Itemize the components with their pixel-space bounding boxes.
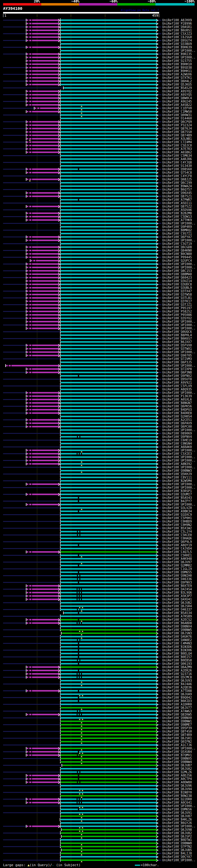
- hit-label[interactable]: UniRef100_A9SYQ2: [162, 90, 192, 93]
- hit-label[interactable]: UniRef100_Q4XU41: [162, 598, 192, 601]
- hit-label[interactable]: UniRef100_UPI000..: [162, 320, 195, 323]
- hit-label[interactable]: UniRef100_UPI000..: [162, 56, 195, 59]
- hit-label[interactable]: UniRef100_UPI000..: [162, 364, 195, 367]
- hit-label[interactable]: UniRef100_Q9ASR1: [162, 25, 192, 29]
- hit-label[interactable]: UniRef100_Q7ZVM3: [162, 357, 192, 361]
- hit-label[interactable]: UniRef100_P05197: [162, 306, 192, 310]
- hit-label[interactable]: UniRef100_A6RAK0: [162, 445, 192, 448]
- hit-label[interactable]: UniRef100_B4J4A6: [162, 682, 192, 686]
- hit-label[interactable]: UniRef100_Q9NIH0: [162, 574, 192, 577]
- hit-label[interactable]: UniRef100_Q6P3J5: [162, 361, 192, 364]
- hit-label[interactable]: UniRef100_B5A534: [162, 611, 192, 615]
- hit-label[interactable]: UniRef100_Q5XUB4: [162, 750, 192, 753]
- hit-label[interactable]: UniRef100_Q876J4: [162, 127, 192, 130]
- hit-label[interactable]: UniRef100_Q7ZXP8: [162, 367, 192, 371]
- hit-label[interactable]: UniRef100_P58252: [162, 310, 192, 313]
- hit-label[interactable]: UniRef100_Q00W31: [162, 113, 192, 117]
- hit-label[interactable]: UniRef100_Q9BNX0: [162, 716, 192, 720]
- hit-label[interactable]: UniRef100_Q95P39: [162, 726, 192, 730]
- hit-label[interactable]: UniRef100_C4M4N3: [162, 642, 192, 645]
- hit-label[interactable]: UniRef100_Q6JUB5: [162, 848, 192, 852]
- hit-label[interactable]: UniRef100_O14460: [162, 117, 192, 120]
- hit-label[interactable]: UniRef100_Q95UT8: [162, 377, 192, 381]
- hit-label[interactable]: UniRef100_Q2UFC4: [162, 259, 192, 262]
- hit-label[interactable]: UniRef100_B9Q042: [162, 696, 192, 699]
- hit-label[interactable]: UniRef100_Q3UZ14: [162, 279, 192, 283]
- hit-label[interactable]: UniRef100_UPI000..: [162, 747, 195, 750]
- hit-label[interactable]: UniRef100_A8QY19: [162, 544, 192, 547]
- hit-label[interactable]: UniRef100_B9HH10: [162, 63, 192, 66]
- hit-label[interactable]: UniRef100_C7Z4M4: [162, 141, 192, 144]
- hit-label[interactable]: UniRef100_B7QMV1: [162, 753, 192, 757]
- hit-label[interactable]: UniRef100_O23755: [162, 59, 192, 63]
- hit-label[interactable]: UniRef100_Q6JU98: [162, 828, 192, 831]
- hit-label[interactable]: UniRef100_B1N3D6: [162, 645, 192, 648]
- hit-label[interactable]: UniRef100_B3RSP1: [162, 489, 192, 493]
- hit-label[interactable]: UniRef100_UPI000..: [162, 222, 195, 225]
- hit-label[interactable]: UniRef100_B6KID3: [162, 699, 192, 703]
- hit-label[interactable]: UniRef100_B4DRE8: [162, 411, 192, 415]
- hit-label[interactable]: UniRef100_UPI000..: [162, 483, 195, 486]
- hit-label[interactable]: UniRef100_Q2MM02: [162, 564, 192, 567]
- hit-label[interactable]: UniRef100_Q6JU91: [162, 811, 192, 814]
- hit-label[interactable]: UniRef100_A0C641: [162, 801, 192, 804]
- hit-label[interactable]: UniRef100_A5DI11: [162, 202, 192, 205]
- hit-label[interactable]: UniRef100_A9U245: [162, 100, 192, 103]
- hit-label[interactable]: UniRef100_Q22DR0: [162, 798, 192, 801]
- hit-label[interactable]: UniRef100_C6HE19: [162, 438, 192, 442]
- hit-label[interactable]: UniRef100_UPI000..: [162, 350, 195, 354]
- hit-label[interactable]: UniRef100_B3L9Q6: [162, 591, 192, 594]
- hit-label[interactable]: UniRef100_Q9BME7: [162, 723, 192, 726]
- hit-label[interactable]: UniRef100_Q3TX47: [162, 289, 192, 293]
- hit-label[interactable]: UniRef100_B8MRQ2: [162, 228, 192, 232]
- hit-label[interactable]: UniRef100_C5L1Y4: [162, 530, 192, 533]
- hit-label[interactable]: UniRef100_UPI000..: [162, 456, 195, 459]
- hit-label[interactable]: UniRef100_O46337: [162, 608, 192, 611]
- hit-label[interactable]: UniRef100_P32324: [162, 123, 192, 127]
- hit-label[interactable]: UniRef100_A7TD88: [162, 689, 192, 692]
- hit-label[interactable]: UniRef100_Q8T4R9: [162, 733, 192, 737]
- hit-label[interactable]: UniRef100_B0ELQ4: [162, 652, 192, 655]
- hit-label[interactable]: UniRef100_Q3TWX1: [162, 347, 192, 350]
- hit-label[interactable]: UniRef100_Q4UH76: [162, 635, 192, 638]
- hit-label[interactable]: UniRef100_C0HAQ6: [162, 537, 192, 540]
- hit-label[interactable]: UniRef100_UPI000..: [162, 391, 195, 395]
- hit-label[interactable]: UniRef100_Q6JU96: [162, 784, 192, 787]
- hit-label[interactable]: UniRef100_Q875S0: [162, 130, 192, 134]
- hit-label[interactable]: UniRef100_B5X1W2: [162, 527, 192, 530]
- hit-label[interactable]: UniRef100_UPI000..: [162, 323, 195, 327]
- hit-label[interactable]: UniRef100_Q9BNX5: [162, 757, 192, 760]
- hit-label[interactable]: UniRef100_Q754C8: [162, 171, 192, 174]
- hit-label[interactable]: UniRef100_Q9FNV4: [162, 435, 192, 438]
- hit-label[interactable]: UniRef100_C5DW13: [162, 215, 192, 218]
- hit-label[interactable]: UniRef100_Q3TW58: [162, 293, 192, 296]
- hit-label[interactable]: UniRef100_A7AWG3: [162, 709, 192, 713]
- hit-label[interactable]: UniRef100_Q6BJ25: [162, 178, 192, 181]
- hit-label[interactable]: UniRef100_A7PWR7: [162, 198, 192, 202]
- hit-label[interactable]: UniRef100_Q3UDC8: [162, 283, 192, 286]
- hit-label[interactable]: UniRef100_C1GLI9: [162, 567, 192, 570]
- hit-label[interactable]: UniRef100_Q5CMC8: [162, 676, 192, 679]
- hit-label[interactable]: UniRef100_Q875Z2: [162, 205, 192, 208]
- hit-label[interactable]: UniRef100_Q6JSR4: [162, 604, 192, 608]
- hit-label[interactable]: UniRef100_UPI000..: [162, 49, 195, 52]
- hit-label[interactable]: UniRef100_C0NSN4: [162, 442, 192, 445]
- hit-label[interactable]: UniRef100_UPI000..: [162, 327, 195, 330]
- hit-label[interactable]: UniRef100_B1N8Y0: [162, 791, 192, 794]
- hit-label[interactable]: UniRef100_B5A529: [162, 86, 192, 90]
- hit-label[interactable]: UniRef100_Q6PK56: [162, 405, 192, 408]
- hit-label[interactable]: UniRef100_B9WAZ4: [162, 184, 192, 188]
- hit-label[interactable]: UniRef100_Q33BU9: [162, 42, 192, 45]
- hit-label[interactable]: UniRef100_Q6CGD8: [162, 245, 192, 249]
- hit-label[interactable]: UniRef100_Q6JU97: [162, 560, 192, 564]
- hit-label[interactable]: UniRef100_Q6AZM9: [162, 665, 192, 669]
- hit-label[interactable]: UniRef100_Q9BNW3: [162, 469, 192, 472]
- hit-label[interactable]: UniRef100_B0W238: [162, 794, 192, 798]
- hit-label[interactable]: UniRef100_C5KCE0: [162, 533, 192, 537]
- hit-label[interactable]: UniRef100_B0EBS8: [162, 659, 192, 662]
- hit-label[interactable]: UniRef100_B6U0S1: [162, 29, 192, 32]
- hit-label[interactable]: UniRef100_B4ZFY7: [162, 499, 192, 503]
- hit-label[interactable]: UniRef100_Q96X45: [162, 191, 192, 195]
- hit-label[interactable]: UniRef100_B9HH11: [162, 69, 192, 73]
- hit-label[interactable]: UniRef100_B6JXX7: [162, 340, 192, 344]
